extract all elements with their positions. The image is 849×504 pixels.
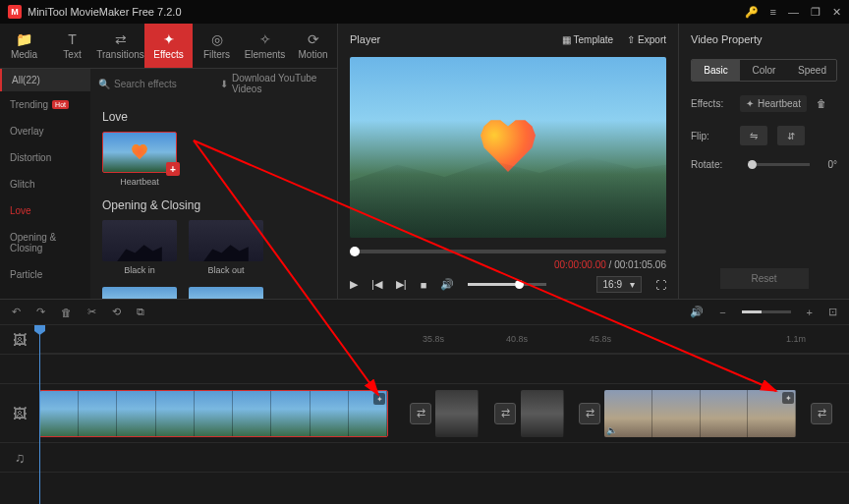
flip-horizontal-button[interactable]: ⇋ [740, 126, 767, 145]
search-icon: 🔍 [98, 79, 110, 89]
search-box[interactable]: 🔍 [98, 79, 212, 89]
image-track-icon: 🖼 [0, 332, 39, 348]
template-button[interactable]: ▦Template [562, 34, 614, 45]
template-icon: ▦ [562, 34, 571, 45]
effect-badge-icon: ✦ [782, 392, 794, 404]
timeline-volume-icon[interactable]: 🔊 [690, 306, 704, 318]
player-time: 00:00:00.00 / 00:01:05.06 [350, 259, 666, 270]
effect-item[interactable] [189, 287, 263, 299]
prop-tab-basic[interactable]: Basic [692, 60, 740, 81]
zoom-out-button[interactable]: − [719, 307, 725, 318]
video-track[interactable]: 🖼 ✦ ⇄ ⇄ ⇄ ✦ 🔈 ⇄ [0, 384, 849, 443]
category-love[interactable]: Love [0, 197, 90, 224]
effect-item[interactable] [102, 287, 177, 299]
motion-icon: ⟳ [308, 31, 319, 47]
category-trending[interactable]: TrendingHot [0, 91, 90, 118]
transition-slot[interactable]: ⇄ [494, 403, 516, 424]
category-all[interactable]: All(22) [0, 69, 90, 91]
video-clip-2[interactable] [435, 390, 479, 437]
hot-badge: Hot [52, 100, 69, 109]
zoom-fit-button[interactable]: ⊡ [828, 306, 837, 318]
upgrade-icon[interactable]: 🔑 [745, 6, 759, 19]
video-clip-3[interactable] [521, 390, 564, 437]
applied-effect-chip: ✦ Heartbeat [740, 95, 807, 112]
prev-frame-button[interactable]: |◀ [371, 278, 382, 291]
transition-slot[interactable]: ⇄ [410, 403, 431, 424]
volume-icon[interactable]: 🔊 [440, 278, 454, 291]
playhead[interactable] [39, 325, 40, 504]
transition-slot[interactable]: ⇄ [579, 403, 600, 424]
category-particle[interactable]: Particle [0, 261, 90, 288]
player-viewport[interactable] [350, 57, 666, 238]
app-title: MiniTool MovieMaker Free 7.2.0 [28, 6, 182, 18]
category-sidebar: All(22) TrendingHot Overlay Distortion G… [0, 69, 90, 299]
prop-tab-speed[interactable]: Speed [788, 60, 836, 81]
progress-knob[interactable] [350, 247, 360, 256]
category-distortion[interactable]: Distortion [0, 144, 90, 171]
effect-thumb-black-out[interactable] [189, 220, 263, 261]
next-frame-button[interactable]: ▶| [396, 278, 407, 291]
tab-text[interactable]: TText [48, 24, 96, 68]
clip-audio-icon: 🔈 [606, 425, 617, 435]
effect-heartbeat[interactable]: + Heartbeat [102, 132, 177, 187]
tab-elements[interactable]: ✧Elements [241, 24, 289, 68]
refresh-button[interactable]: ⟲ [112, 306, 121, 318]
category-overlay[interactable]: Overlay [0, 118, 90, 144]
filters-icon: ◎ [211, 31, 223, 47]
rotate-slider[interactable] [748, 163, 810, 166]
titlebar: M MiniTool MovieMaker Free 7.2.0 🔑 ≡ — ❐… [0, 0, 849, 24]
effect-black-in[interactable]: Black in [102, 220, 177, 275]
video-clip-1[interactable]: ✦ [39, 390, 388, 437]
effect-thumb-black-in[interactable] [102, 220, 177, 261]
effect-thumb-heartbeat[interactable]: + [102, 132, 177, 173]
category-glitch[interactable]: Glitch [0, 171, 90, 197]
stop-button[interactable]: ■ [421, 279, 427, 291]
menu-icon[interactable]: ≡ [770, 6, 776, 19]
category-opening-closing[interactable]: Opening & Closing [0, 224, 90, 261]
rotate-value: 0° [827, 159, 837, 170]
volume-slider[interactable] [468, 283, 546, 286]
search-input[interactable] [114, 79, 212, 89]
zoom-in-button[interactable]: + [807, 307, 813, 318]
split-button[interactable]: ✂ [87, 306, 96, 318]
redo-button[interactable]: ↷ [36, 306, 45, 318]
property-tabs: Basic Color Speed [691, 59, 837, 82]
transitions-icon: ⇄ [115, 31, 127, 47]
chevron-down-icon: ▾ [630, 279, 635, 290]
aspect-ratio-select[interactable]: 16:9▾ [596, 276, 642, 293]
delete-button[interactable]: 🗑 [61, 307, 72, 318]
tab-effects[interactable]: ✦Effects [144, 24, 193, 68]
minimize-button[interactable]: — [788, 6, 799, 19]
player-title: Player [350, 33, 380, 45]
property-title: Video Property [679, 24, 849, 51]
rotate-label: Rotate: [691, 159, 730, 170]
fullscreen-button[interactable]: ⛶ [655, 279, 666, 291]
video-clip-4[interactable]: ✦ 🔈 [604, 390, 796, 437]
add-effect-button[interactable]: + [166, 162, 180, 176]
audio-track[interactable]: ♫ [0, 443, 849, 473]
zoom-slider[interactable] [742, 310, 791, 313]
player-progress[interactable] [350, 250, 666, 253]
tab-filters[interactable]: ◎Filters [193, 24, 241, 68]
effect-black-out[interactable]: Black out [189, 220, 263, 275]
crop-button[interactable]: ⧉ [137, 306, 144, 318]
ruler-mark: 45.8s [590, 334, 611, 344]
undo-button[interactable]: ↶ [12, 306, 21, 318]
close-button[interactable]: ✕ [832, 6, 841, 19]
flip-vertical-button[interactable]: ⇵ [777, 126, 805, 145]
tab-motion[interactable]: ⟳Motion [289, 24, 337, 68]
play-button[interactable]: ▶ [350, 278, 358, 291]
transition-slot[interactable]: ⇄ [811, 403, 832, 424]
effect-badge-icon: ✦ [373, 393, 385, 405]
effects-label: Effects: [691, 98, 730, 109]
remove-effect-button[interactable]: 🗑 [817, 98, 826, 109]
tab-transitions[interactable]: ⇄Transitions [96, 24, 144, 68]
prop-tab-color[interactable]: Color [740, 60, 788, 81]
export-button[interactable]: ⇧Export [627, 34, 666, 45]
player-panel: Player ▦Template ⇧Export 00:00:00.00 / 0… [337, 24, 679, 299]
download-youtube-link[interactable]: ⬇ Download YouTube Videos [220, 73, 329, 94]
reset-button[interactable]: Reset [720, 268, 809, 289]
tab-media[interactable]: 📁Media [0, 24, 48, 68]
maximize-button[interactable]: ❐ [811, 6, 821, 19]
property-panel: Video Property Basic Color Speed Effects… [679, 24, 849, 299]
